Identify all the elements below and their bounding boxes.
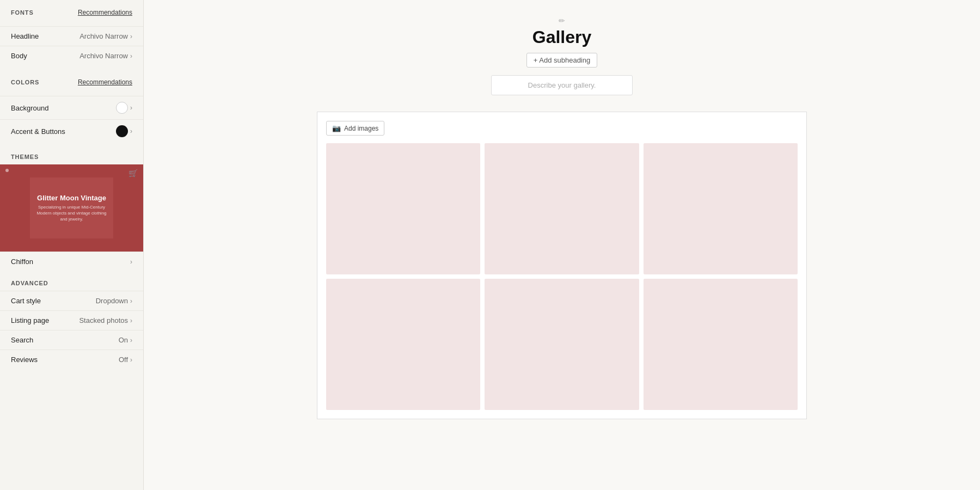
fonts-recommendations-link[interactable]: Recommendations xyxy=(78,9,132,16)
accent-buttons-row[interactable]: Accent & Buttons › xyxy=(0,119,143,143)
gallery-cell-5[interactable] xyxy=(485,279,639,410)
accent-color-swatch xyxy=(116,125,128,137)
background-row[interactable]: Background › xyxy=(0,96,143,119)
background-chevron-icon: › xyxy=(130,104,132,112)
cart-style-value: Dropdown › xyxy=(96,297,132,305)
gallery-description[interactable]: Describe your gallery. xyxy=(491,75,633,95)
body-row[interactable]: Body Archivo Narrow › xyxy=(0,46,143,65)
theme-dot-1 xyxy=(5,169,9,172)
headline-label: Headline xyxy=(11,32,39,40)
advanced-label: ADVANCED xyxy=(0,278,143,291)
accent-buttons-value: › xyxy=(116,125,132,137)
body-label: Body xyxy=(11,52,27,60)
search-value: On › xyxy=(119,336,132,344)
background-color-swatch xyxy=(116,102,128,114)
reviews-label: Reviews xyxy=(11,356,38,364)
reviews-chevron-icon: › xyxy=(130,356,132,364)
advanced-section: ADVANCED xyxy=(0,271,143,291)
cart-style-label: Cart style xyxy=(11,297,41,305)
theme-card-inner: Glitter Moon Vintage Specializing in uni… xyxy=(30,177,113,238)
theme-description: Specializing in unique Mid-Century Moder… xyxy=(35,204,108,223)
gallery-title[interactable]: Gallery xyxy=(317,27,807,47)
add-subheading-button[interactable]: + Add subheading xyxy=(526,53,597,68)
accent-chevron-icon: › xyxy=(130,127,132,135)
gallery-cell-1[interactable] xyxy=(326,143,480,274)
pencil-icon: ✏ xyxy=(317,16,807,25)
gallery-cell-3[interactable] xyxy=(644,143,798,274)
add-images-button[interactable]: 📷 Add images xyxy=(326,121,384,136)
accent-buttons-label: Accent & Buttons xyxy=(11,127,65,136)
colors-label: COLORS xyxy=(11,79,39,85)
cart-style-row[interactable]: Cart style Dropdown › xyxy=(0,291,143,310)
fonts-section: FONTS Recommendations xyxy=(0,0,143,26)
sidebar: FONTS Recommendations Headline Archivo N… xyxy=(0,0,144,490)
gallery-cell-2[interactable] xyxy=(485,143,639,274)
reviews-value: Off › xyxy=(119,356,132,364)
gallery-header: ✏ Gallery + Add subheading Describe your… xyxy=(317,16,807,95)
background-value: › xyxy=(116,102,132,114)
search-label: Search xyxy=(11,336,33,344)
cart-style-chevron-icon: › xyxy=(130,297,132,305)
colors-section: COLORS Recommendations xyxy=(0,70,143,96)
theme-dots xyxy=(5,169,9,172)
gallery-cell-4[interactable] xyxy=(326,279,480,410)
chiffon-chevron-icon: › xyxy=(130,258,132,266)
listing-page-value: Stacked photos › xyxy=(79,316,132,324)
chiffon-label: Chiffon xyxy=(11,258,33,266)
theme-card[interactable]: 🛒 Glitter Moon Vintage Specializing in u… xyxy=(0,164,143,252)
listing-page-row[interactable]: Listing page Stacked photos › xyxy=(0,310,143,330)
camera-icon: 📷 xyxy=(332,124,341,132)
gallery-cell-6[interactable] xyxy=(644,279,798,410)
gallery-grid xyxy=(326,143,798,410)
main-content: ✏ Gallery + Add subheading Describe your… xyxy=(144,0,980,490)
reviews-row[interactable]: Reviews Off › xyxy=(0,350,143,369)
fonts-label: FONTS xyxy=(11,9,34,16)
gallery-container: 📷 Add images xyxy=(317,112,807,419)
theme-name: Glitter Moon Vintage xyxy=(37,194,106,202)
themes-section: THEMES 🛒 Glitter Moon Vintage Specializi… xyxy=(0,143,143,252)
theme-cart-icon: 🛒 xyxy=(128,169,138,177)
headline-row[interactable]: Headline Archivo Narrow › xyxy=(0,26,143,46)
headline-value: Archivo Narrow › xyxy=(79,32,132,40)
background-label: Background xyxy=(11,104,48,112)
headline-chevron-icon: › xyxy=(130,33,132,40)
themes-label: THEMES xyxy=(0,147,143,164)
search-chevron-icon: › xyxy=(130,336,132,344)
listing-page-chevron-icon: › xyxy=(130,317,132,324)
body-chevron-icon: › xyxy=(130,52,132,60)
search-row[interactable]: Search On › xyxy=(0,330,143,350)
body-value: Archivo Narrow › xyxy=(79,52,132,60)
chiffon-row[interactable]: Chiffon › xyxy=(0,252,143,271)
listing-page-label: Listing page xyxy=(11,316,49,324)
colors-recommendations-link[interactable]: Recommendations xyxy=(78,78,132,86)
